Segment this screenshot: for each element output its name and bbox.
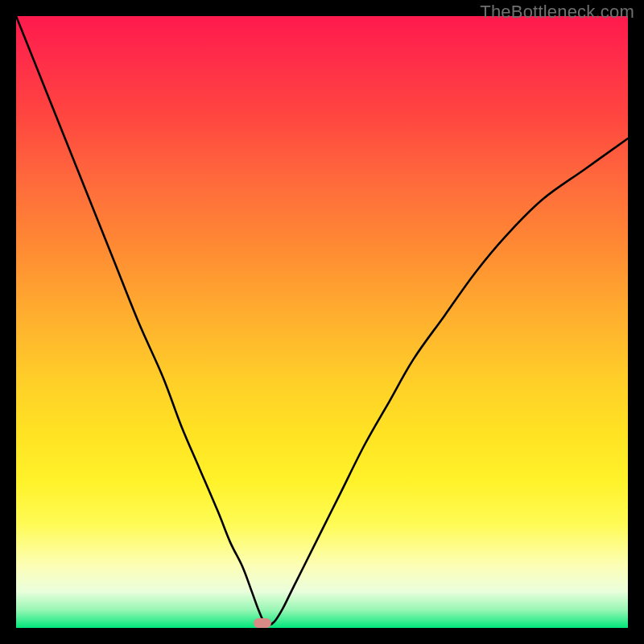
bottleneck-curve: [16, 16, 628, 625]
watermark-text: TheBottleneck.com: [480, 2, 634, 23]
optimal-marker: [254, 618, 271, 628]
curve-svg: [16, 16, 628, 628]
chart-frame: [16, 16, 628, 628]
